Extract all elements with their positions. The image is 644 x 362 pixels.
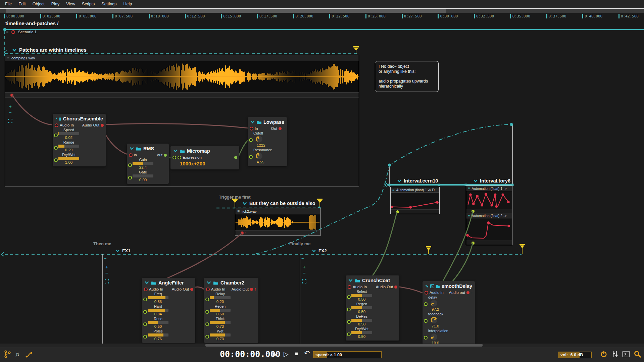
interval-node-dot[interactable] [438, 184, 440, 186]
automation-point[interactable] [502, 193, 504, 196]
hamburger-icon[interactable]: ≡ [104, 256, 107, 260]
automation-point[interactable] [472, 203, 475, 205]
automation-point[interactable] [487, 221, 490, 224]
node-header[interactable]: Lowpass [248, 117, 287, 126]
trigger-icon[interactable] [519, 244, 525, 254]
hamburger-icon[interactable]: ≡ [392, 188, 394, 192]
trigger-icon[interactable] [317, 199, 323, 208]
automation-point[interactable] [469, 193, 472, 196]
chevron-down-icon[interactable] [242, 202, 247, 205]
param-wet[interactable]: Wet0.73 [204, 329, 258, 341]
param-regen[interactable]: Regen0.50 [346, 302, 399, 314]
param-slider[interactable] [351, 319, 372, 322]
automation-point[interactable] [507, 201, 510, 203]
power-icon[interactable] [600, 351, 607, 358]
stop-button[interactable]: ■ [295, 351, 298, 357]
param-value[interactable]: 0.76 [148, 337, 168, 341]
param-value[interactable]: 0.29 [58, 148, 79, 152]
param-slider[interactable] [210, 309, 231, 312]
automation-lane-plot[interactable] [391, 193, 439, 209]
control-out-port[interactable] [472, 242, 475, 245]
param-slider[interactable] [351, 294, 372, 297]
knob-dial[interactable] [255, 152, 263, 160]
section-fx2-header[interactable]: FX2 [312, 248, 327, 253]
node-header[interactable]: AngleFilter [142, 278, 195, 287]
menu-edit[interactable]: Edit [15, 1, 29, 7]
menu-view[interactable]: View [63, 1, 78, 7]
fit-view-icon[interactable] [105, 279, 109, 283]
timeline-scrollbar-top[interactable] [0, 9, 644, 13]
node-micromap[interactable]: MicromapExpression1000x+200 [170, 146, 239, 169]
chevron-down-icon[interactable] [397, 179, 402, 183]
param-value[interactable]: 0.50 [351, 322, 372, 326]
param-range[interactable]: Range0.29 [53, 140, 106, 152]
param-slider[interactable] [148, 321, 168, 324]
chevron-down-icon[interactable] [250, 120, 254, 123]
timeline-scrollbar-bottom[interactable] [0, 344, 644, 347]
clip-header[interactable]: ≡comping1.wav [5, 55, 359, 61]
output-port-group[interactable]: out [157, 153, 167, 157]
control-in-port[interactable] [128, 175, 132, 181]
section-patches-header[interactable]: Patches are within timelines [12, 47, 87, 53]
param-value[interactable]: 0.86 [148, 300, 168, 304]
node-header[interactable]: RMS [127, 144, 169, 152]
param-value[interactable]: 97.2 [428, 307, 439, 312]
hamburger-icon[interactable]: ≡ [468, 214, 470, 217]
node-crunchcoat[interactable]: CrunchCoatAudio InAudio OutSelect0.50Reg… [346, 275, 399, 341]
param-slider[interactable] [148, 309, 168, 312]
volume-control[interactable]: vol: -6.0 dB [558, 352, 592, 358]
automation-lane-header[interactable]: ≡Automation (float).2 -> [466, 213, 512, 218]
breadcrumb[interactable]: timeline-and-patches / [5, 20, 58, 26]
node-header[interactable]: CrunchCoat [346, 275, 399, 284]
control-in-port[interactable] [178, 156, 181, 159]
param-delay[interactable]: Delay0.20 [204, 292, 258, 304]
audio-in-port[interactable] [144, 288, 148, 291]
control-in-port[interactable] [205, 321, 209, 327]
param-reso[interactable]: Reso0.50 [142, 317, 195, 329]
output-port-group[interactable]: Audio Out [82, 123, 104, 127]
param-value[interactable]: 0.73 [210, 337, 231, 341]
input-port-group[interactable]: Audio In [206, 287, 225, 291]
param-value[interactable]: 1.00 [58, 160, 79, 165]
param-value[interactable]: 71.0 [428, 324, 439, 328]
param-delay[interactable]: delay97.2 [423, 295, 475, 312]
audio-in-port[interactable] [55, 123, 58, 127]
param-gain[interactable]: Gain22.4 [127, 158, 169, 170]
param-slider[interactable] [351, 331, 372, 334]
play-button[interactable]: ▶ [273, 350, 278, 358]
automation-point[interactable] [391, 206, 393, 208]
control-out-port[interactable] [234, 156, 237, 159]
section-fx1-header[interactable]: FX1 [115, 248, 131, 253]
music-note-icon[interactable]: ♫ [15, 351, 19, 358]
param-hard[interactable]: Hard0.84 [142, 304, 195, 316]
automation-point[interactable] [495, 205, 498, 208]
speed-control[interactable]: speed: × 1.00 [313, 351, 382, 358]
automation-point[interactable] [507, 225, 510, 227]
audio-in-port[interactable] [250, 127, 253, 131]
reinitialize-button[interactable]: ↶ [304, 349, 310, 357]
output-port-group[interactable]: Audio out↑ [449, 291, 473, 295]
fit-view-icon[interactable] [302, 279, 306, 283]
knob-dial[interactable] [430, 300, 438, 307]
param-regen[interactable]: Regen0.50 [204, 304, 258, 316]
param-slider[interactable] [210, 321, 231, 324]
control-in-port[interactable] [424, 301, 428, 307]
control-in-port[interactable] [424, 318, 428, 324]
control-cable[interactable] [371, 212, 397, 278]
automation-point[interactable] [476, 195, 479, 198]
timeline-ruler[interactable]: 0:00.0000:02.5000:05.0000:07.5000:10.000… [0, 13, 644, 20]
param-value[interactable]: 0.50 [351, 297, 372, 302]
chevron-down-icon[interactable] [312, 249, 316, 252]
hamburger-icon[interactable]: ≡ [468, 187, 470, 190]
control-in-port[interactable] [347, 307, 351, 313]
input-port-group[interactable]: Audio in [425, 291, 444, 295]
param-value[interactable]: 0.50 [210, 312, 231, 316]
automation-point[interactable] [491, 204, 493, 207]
audio-out-port[interactable] [394, 286, 397, 289]
zoom-in-button[interactable]: + [105, 264, 108, 269]
input-port-group[interactable]: Expression [172, 155, 202, 159]
chevron-down-icon[interactable] [473, 179, 478, 183]
param-value[interactable]: 0.50 [351, 334, 372, 339]
audio-out-port[interactable] [466, 291, 469, 294]
node-header[interactable]: smoothDelay [423, 281, 475, 290]
